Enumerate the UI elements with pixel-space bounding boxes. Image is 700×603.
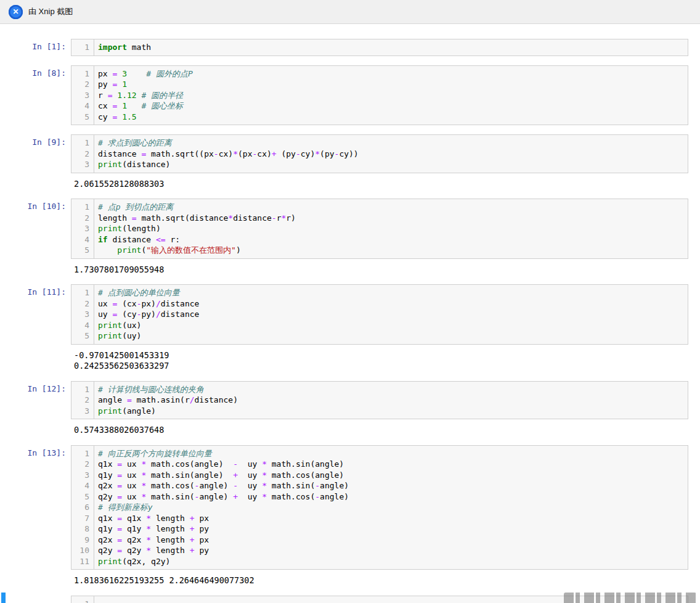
code-editor[interactable]: 1# 向正反两个方向旋转单位向量2q1x = ux * math.cos(ang… (71, 445, 688, 570)
cell-output-row: 0.5743388026037648 (0, 425, 688, 436)
selected-cell-indicator (1, 593, 6, 603)
cell-input-row: In [13]:1# 向正反两个方向旋转单位向量2q1x = ux * math… (0, 445, 688, 570)
code-line: 2py = 1 (71, 79, 688, 90)
line-number: 2 (71, 79, 94, 90)
code-line: 6# 得到新座标y (71, 502, 688, 513)
code-text: print(q2x, q2y) (94, 556, 170, 567)
code-line: 4q2x = ux * math.cos(-angle) - uy * math… (71, 480, 688, 491)
watermark (564, 593, 696, 603)
code-editor[interactable]: 1# 求点到圆心的距离2distance = math.sqrt((px-cx)… (71, 134, 688, 173)
line-number: 2 (71, 459, 94, 470)
code-line: 11print(q2x, q2y) (71, 556, 688, 567)
code-line: 10q2y = q2y * length + py (71, 545, 688, 556)
input-prompt: In [11]: (0, 284, 71, 297)
code-text: print("输入的数值不在范围内") (94, 245, 241, 256)
output-line: 1.7307801709055948 (74, 265, 164, 276)
input-prompt: In [9]: (0, 134, 71, 147)
code-editor[interactable]: 1# 计算切线与圆心连线的夹角2angle = math.asin(r/dist… (71, 381, 688, 420)
cell-input-row: In [11]:1# 点到圆心的单位向量2ux = (cx-px)/distan… (0, 284, 688, 345)
code-text: # 点到圆心的单位向量 (94, 287, 180, 298)
code-line: 5q2y = ux * math.sin(-angle) + uy * math… (71, 491, 688, 502)
code-text: # 计算切线与圆心连线的夹角 (94, 384, 204, 395)
cell-output-row: 2.0615528128088303 (0, 179, 688, 190)
code-text: import math (94, 42, 151, 53)
line-number: 1 (71, 42, 94, 53)
line-number: 3 (71, 223, 94, 234)
gutter-divider (94, 285, 94, 344)
code-editor[interactable]: 1# 点p 到切点的距离2length = math.sqrt(distance… (71, 199, 688, 259)
line-number: 4 (71, 234, 94, 245)
line-number: 1 (71, 384, 94, 395)
notebook-cell: In [1]:1import math (0, 39, 688, 56)
line-number: 3 (71, 470, 94, 481)
line-number: 1 (71, 137, 94, 149)
cell-output-row: 1.7307801709055948 (0, 265, 688, 276)
code-line: 7q1x = q1x * length + px (71, 513, 688, 524)
code-text: print(angle) (94, 406, 156, 417)
notebook-cell: In [13]:1# 向正反两个方向旋转单位向量2q1x = ux * math… (0, 445, 688, 586)
code-text: ux = (cx-px)/distance (94, 298, 199, 310)
code-text: print(ux) (94, 320, 141, 331)
line-number: 1 (71, 599, 94, 603)
code-line: 2length = math.sqrt(distance*distance-r*… (71, 213, 688, 224)
code-line: 5 print("输入的数值不在范围内") (71, 245, 688, 256)
line-number: 10 (71, 545, 94, 556)
line-number: 4 (71, 100, 94, 112)
line-number: 3 (71, 406, 94, 417)
line-number: 11 (71, 556, 94, 567)
code-line: 1# 向正反两个方向旋转单位向量 (71, 448, 688, 459)
gutter-divider (94, 446, 94, 570)
line-number: 1 (71, 202, 94, 213)
line-number: 1 (71, 448, 94, 459)
line-number: 3 (71, 159, 94, 170)
code-line: 1# 求点到圆心的距离 (71, 137, 688, 149)
line-number: 2 (71, 298, 94, 310)
line-number: 4 (71, 480, 94, 491)
line-number: 6 (71, 502, 94, 513)
line-number: 5 (71, 245, 94, 256)
code-text: cx = 1 # 圆心坐标 (94, 100, 183, 112)
code-editor[interactable]: 1# 点到圆心的单位向量2ux = (cx-px)/distance3uy = … (71, 284, 688, 345)
code-line: 1# 计算切线与圆心连线的夹角 (71, 384, 688, 395)
code-text: q1x = q1x * length + px (94, 513, 209, 524)
notebook-cell: In [9]:1# 求点到圆心的距离2distance = math.sqrt(… (0, 134, 688, 189)
code-text: q1y = ux * math.sin(angle) + uy * math.c… (94, 470, 344, 481)
code-editor[interactable]: 1import math (71, 39, 688, 56)
output-text: 0.5743388026037648 (71, 425, 164, 436)
output-line: 0.24253562503633297 (74, 361, 169, 372)
code-line: 2distance = math.sqrt((px-cx)*(px-cx)+ (… (71, 149, 688, 160)
code-line: 1px = 3 # 圆外的点P (71, 68, 688, 80)
code-line: 4if distance <= r: (71, 234, 688, 245)
code-text: angle = math.asin(r/distance) (94, 395, 238, 406)
code-editor[interactable]: 1px = 3 # 圆外的点P2py = 13r = 1.12 # 圆的半径4c… (71, 65, 688, 126)
notebook-cell: In [12]:1# 计算切线与圆心连线的夹角2angle = math.asi… (0, 381, 688, 436)
line-number: 3 (71, 309, 94, 320)
code-text: q2y = ux * math.sin(-angle) + uy * math.… (94, 491, 349, 502)
code-line: 8q1y = q1y * length + py (71, 523, 688, 535)
code-text: q1x = ux * math.cos(angle) - uy * math.s… (94, 459, 344, 470)
code-line: 2q1x = ux * math.cos(angle) - uy * math.… (71, 459, 688, 470)
code-line: 9q2x = q2x * length + px (71, 535, 688, 546)
gutter-divider (94, 382, 94, 419)
cell-input-row: In [12]:1# 计算切线与圆心连线的夹角2angle = math.asi… (0, 381, 688, 420)
line-number: 7 (71, 513, 94, 524)
code-text: q2x = ux * math.cos(-angle) - uy * math.… (94, 480, 349, 491)
gutter-divider (94, 135, 94, 173)
code-text: px = 3 # 圆外的点P (94, 68, 193, 80)
code-text: # 向正反两个方向旋转单位向量 (94, 448, 212, 459)
output-line: 1.8183616225193255 2.264646490077302 (74, 575, 254, 586)
input-prompt: In [10]: (0, 199, 71, 211)
input-prompt (0, 596, 71, 599)
output-text: 1.7307801709055948 (71, 265, 164, 276)
cell-output-row: -0.97014250014533190.24253562503633297 (0, 350, 688, 372)
output-prompt-spacer (0, 425, 71, 436)
code-line: 2angle = math.asin(r/distance) (71, 395, 688, 406)
output-text: 1.8183616225193255 2.264646490077302 (71, 575, 254, 586)
line-number: 1 (71, 287, 94, 298)
cell-input-row: In [8]:1px = 3 # 圆外的点P2py = 13r = 1.12 #… (0, 65, 688, 126)
cell-output-row: 1.8183616225193255 2.264646490077302 (0, 575, 688, 586)
code-line: 3print(length) (71, 223, 688, 234)
input-prompt: In [13]: (0, 445, 71, 457)
code-text: r = 1.12 # 圆的半径 (94, 90, 183, 101)
input-prompt: In [1]: (0, 39, 71, 51)
